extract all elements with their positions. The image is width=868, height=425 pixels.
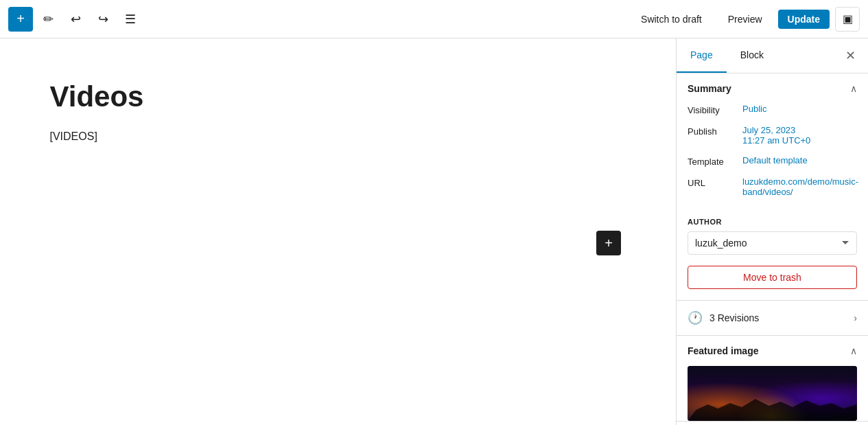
- url-label: URL: [688, 176, 742, 188]
- main-layout: Videos [VIDEOS] + Page Block ✕ Summary ∧…: [0, 38, 868, 425]
- edit-mode-button[interactable]: ✏: [36, 7, 60, 32]
- template-row: Template Default template: [688, 155, 857, 167]
- visibility-label: Visibility: [688, 104, 742, 115]
- visibility-row: Visibility Public: [688, 104, 857, 115]
- concert-background: [688, 366, 857, 421]
- publish-time: 11:27 am UTC+0: [742, 135, 810, 146]
- revisions-text: 3 Revisions: [709, 312, 847, 323]
- revisions-chevron-icon: ›: [854, 312, 857, 323]
- preview-button[interactable]: Preview: [718, 9, 773, 30]
- list-view-icon: ☰: [125, 12, 136, 27]
- publish-date: July 25, 2023: [742, 125, 795, 135]
- publish-label: Publish: [688, 125, 742, 137]
- revisions-icon: 🕐: [688, 310, 703, 325]
- publish-date-link[interactable]: July 25, 2023 11:27 am UTC+0: [742, 125, 810, 146]
- page-body-text: [VIDEOS]: [50, 130, 626, 143]
- author-section: AUTHOR luzuk_demo: [677, 218, 868, 266]
- featured-image-inner: [688, 366, 857, 421]
- undo-icon: ↩: [71, 12, 81, 27]
- list-view-button[interactable]: ☰: [118, 7, 143, 32]
- featured-image-header[interactable]: Featured image ∧: [677, 336, 868, 366]
- featured-image-preview[interactable]: [688, 366, 857, 421]
- featured-image-chevron-icon: ∧: [850, 345, 857, 356]
- tab-page[interactable]: Page: [677, 38, 727, 73]
- revisions-section[interactable]: 🕐 3 Revisions ›: [677, 301, 868, 336]
- editor-content: Videos [VIDEOS]: [50, 80, 626, 143]
- toggle-sidebar-icon: ▣: [843, 12, 853, 25]
- author-label: AUTHOR: [688, 218, 857, 226]
- summary-title: Summary: [688, 83, 731, 94]
- page-title: Videos: [50, 80, 626, 114]
- redo-icon: ↪: [98, 12, 108, 27]
- move-to-trash-button[interactable]: Move to trash: [688, 266, 857, 289]
- publish-row: Publish July 25, 2023 11:27 am UTC+0: [688, 125, 857, 146]
- editor-area: Videos [VIDEOS] +: [0, 38, 676, 425]
- tab-block[interactable]: Block: [727, 38, 777, 73]
- update-button[interactable]: Update: [778, 10, 830, 29]
- edit-icon: ✏: [43, 12, 54, 27]
- visibility-value[interactable]: Public: [742, 104, 766, 114]
- inline-add-block-icon: +: [605, 236, 613, 251]
- featured-image-section: Featured image ∧: [677, 336, 868, 422]
- summary-section-header[interactable]: Summary ∧: [677, 73, 868, 104]
- redo-button[interactable]: ↪: [91, 7, 115, 32]
- add-block-button[interactable]: +: [8, 7, 33, 32]
- publish-value[interactable]: July 25, 2023 11:27 am UTC+0: [742, 125, 810, 146]
- template-link[interactable]: Default template: [742, 155, 808, 165]
- toolbar-right: Switch to draft Preview Update ▣: [631, 7, 860, 32]
- inline-add-block-button[interactable]: +: [596, 231, 621, 255]
- summary-chevron-icon: ∧: [850, 83, 857, 94]
- visibility-link[interactable]: Public: [742, 104, 766, 114]
- template-value[interactable]: Default template: [742, 155, 808, 165]
- undo-button[interactable]: ↩: [63, 7, 88, 32]
- sidebar-header: Page Block ✕: [677, 38, 868, 73]
- close-icon: ✕: [845, 48, 856, 63]
- toggle-sidebar-button[interactable]: ▣: [835, 7, 860, 32]
- toolbar: + ✏ ↩ ↪ ☰ Switch to draft Preview Update…: [0, 0, 868, 38]
- template-label: Template: [688, 155, 742, 167]
- switch-to-draft-button[interactable]: Switch to draft: [631, 9, 712, 30]
- featured-image-title: Featured image: [688, 345, 758, 356]
- author-select[interactable]: luzuk_demo: [688, 231, 857, 255]
- toolbar-left: + ✏ ↩ ↪ ☰: [8, 7, 628, 32]
- summary-section: Summary ∧ Visibility Public Publish July…: [677, 73, 868, 301]
- summary-body: Visibility Public Publish July 25, 2023 …: [677, 104, 868, 218]
- sidebar-panel: Page Block ✕ Summary ∧ Visibility Public: [676, 38, 868, 425]
- url-row: URL luzukdemo.com/demo/music-band/videos…: [688, 176, 857, 197]
- url-link[interactable]: luzukdemo.com/demo/music-band/videos/: [742, 176, 858, 197]
- url-value[interactable]: luzukdemo.com/demo/music-band/videos/: [742, 176, 858, 197]
- sidebar-close-button[interactable]: ✕: [838, 43, 863, 68]
